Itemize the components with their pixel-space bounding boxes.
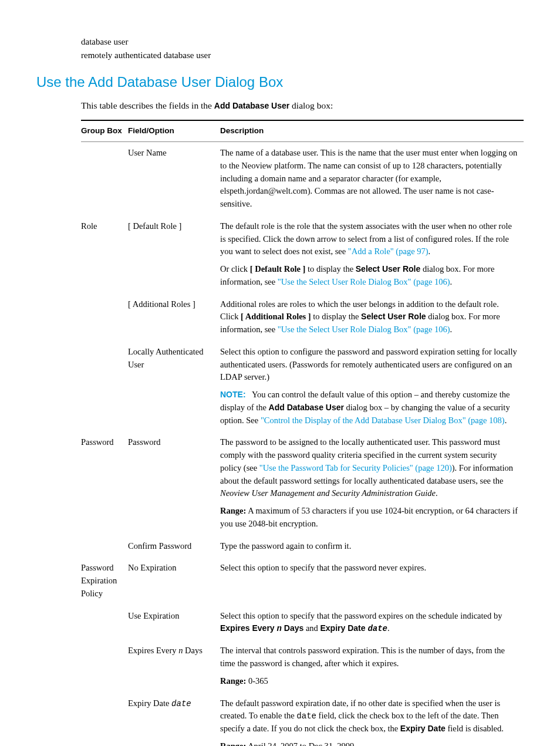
desc-additional-roles: Additional roles are roles to which the … bbox=[220, 293, 524, 341]
top-cross-references: database user remotely authenticated dat… bbox=[81, 35, 524, 62]
desc-expires-every: The interval that controls password expi… bbox=[220, 640, 524, 692]
table-row: Locally Authenticated User Select this o… bbox=[81, 341, 524, 432]
link-password-tab[interactable]: "Use the Password Tab for Security Polic… bbox=[259, 463, 452, 472]
crossref-line-1: database user bbox=[81, 35, 524, 49]
th-group-box: Group Box bbox=[81, 120, 128, 141]
field-confirm-password: Confirm Password bbox=[128, 535, 220, 558]
table-row: Password Password The password to be ass… bbox=[81, 431, 524, 535]
fields-table: Group Box Field/Option Description User … bbox=[81, 120, 524, 746]
th-description: Description bbox=[220, 120, 524, 141]
table-row: Role [ Default Role ] The default role i… bbox=[81, 215, 524, 293]
table-row: Expires Every n Days The interval that c… bbox=[81, 640, 524, 692]
field-locally-auth: Locally Authenticated User bbox=[128, 341, 220, 432]
group-password: Password bbox=[81, 431, 128, 535]
page-heading: Use the Add Database User Dialog Box bbox=[36, 72, 524, 92]
table-row: Password Expiration Policy No Expiration… bbox=[81, 557, 524, 605]
table-row: Expiry Date date The default password ex… bbox=[81, 693, 524, 746]
link-control-display[interactable]: "Control the Display of the Add Database… bbox=[261, 416, 505, 425]
link-add-role[interactable]: "Add a Role" (page 97) bbox=[348, 247, 429, 256]
field-user-name: User Name bbox=[128, 142, 220, 215]
field-password: Password bbox=[128, 431, 220, 535]
link-select-user-role-2[interactable]: "Use the Select User Role Dialog Box" (p… bbox=[278, 325, 450, 334]
desc-no-expiration: Select this option to specify that the p… bbox=[220, 557, 524, 605]
table-row: Confirm Password Type the password again… bbox=[81, 535, 524, 558]
desc-expiry-date: The default password expiration date, if… bbox=[220, 693, 524, 746]
field-additional-roles: [ Additional Roles ] bbox=[128, 293, 220, 341]
field-default-role: [ Default Role ] bbox=[128, 215, 220, 293]
desc-user-name: The name of a database user. This is the… bbox=[220, 142, 524, 215]
table-row: [ Additional Roles ] Additional roles ar… bbox=[81, 293, 524, 341]
table-row: User Name The name of a database user. T… bbox=[81, 142, 524, 215]
crossref-line-2: remotely authenticated database user bbox=[81, 49, 524, 62]
desc-default-role: The default role is the role that the sy… bbox=[220, 215, 524, 293]
desc-locally-auth: Select this option to configure the pass… bbox=[220, 341, 524, 432]
group-expiration-policy: Password Expiration Policy bbox=[81, 557, 128, 605]
field-use-expiration: Use Expiration bbox=[128, 605, 220, 640]
field-expiry-date: Expiry Date date bbox=[128, 693, 220, 746]
desc-password: The password to be assigned to the local… bbox=[220, 431, 524, 535]
link-select-user-role[interactable]: "Use the Select User Role Dialog Box" (p… bbox=[278, 277, 450, 286]
desc-use-expiration: Select this option to specify that the p… bbox=[220, 605, 524, 640]
th-field-option: Field/Option bbox=[128, 120, 220, 141]
field-expires-every: Expires Every n Days bbox=[128, 640, 220, 692]
group-role: Role bbox=[81, 215, 128, 293]
note-label: NOTE: bbox=[220, 390, 246, 399]
table-row: Use Expiration Select this option to spe… bbox=[81, 605, 524, 640]
desc-confirm-password: Type the password again to confirm it. bbox=[220, 535, 524, 558]
intro-text: This table describes the fields in the A… bbox=[81, 99, 524, 112]
field-no-expiration: No Expiration bbox=[128, 557, 220, 605]
